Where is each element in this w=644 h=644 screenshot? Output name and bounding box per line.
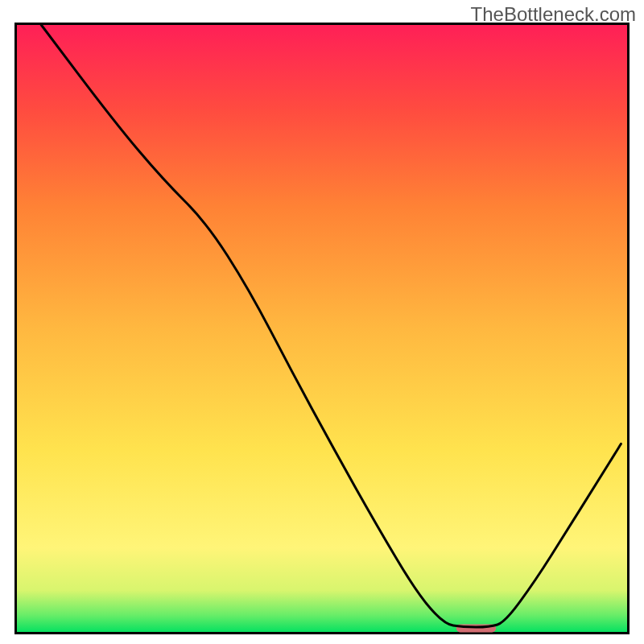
chart-plot-area [16,24,629,634]
chart-svg [14,23,630,634]
page-root: TheBottleneck.com [0,0,644,644]
bottleneck-chart [14,23,630,634]
